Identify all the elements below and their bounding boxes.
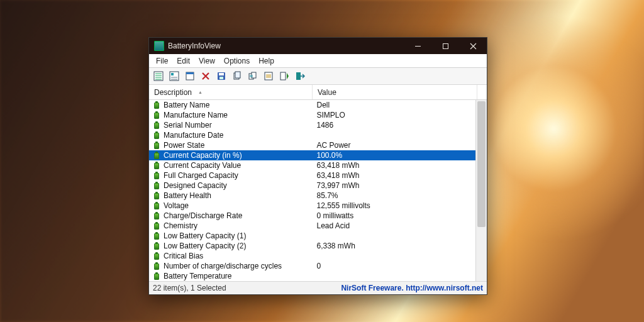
cell-description: Current Capacity Value — [149, 160, 312, 170]
table-row[interactable]: Full Charged Capacity63,418 mWh — [149, 170, 475, 180]
toolbar-copy-icon[interactable] — [230, 69, 244, 83]
cell-description-text: Manufacture Name — [164, 111, 228, 119]
vertical-scrollbar[interactable] — [475, 100, 487, 281]
column-header-description[interactable]: Description ▲ — [149, 85, 313, 99]
maximize-button[interactable] — [431, 38, 459, 54]
battery-icon — [154, 192, 160, 199]
status-freeware-link[interactable]: NirSoft Freeware. http://www.nirsoft.net — [341, 284, 483, 292]
menu-options[interactable]: Options — [219, 55, 254, 67]
table-row[interactable]: Manufacture Date — [149, 130, 475, 140]
menu-help[interactable]: Help — [254, 55, 279, 67]
battery-icon — [154, 252, 160, 260]
table-row[interactable]: Battery Health85.7% — [149, 191, 475, 201]
menu-edit[interactable]: Edit — [172, 55, 194, 67]
sort-ascending-icon: ▲ — [198, 90, 203, 94]
battery-icon — [154, 232, 160, 240]
toolbar-exit-icon[interactable] — [293, 69, 307, 83]
table-row[interactable]: Number of charge/discharge cycles0 — [149, 261, 475, 271]
list-area: Battery NameDellManufacture NameSIMPLOSe… — [149, 100, 487, 281]
toolbar-copy-row-icon[interactable] — [246, 69, 260, 83]
titlebar[interactable]: BatteryInfoView — [149, 38, 487, 54]
toolbar — [149, 68, 487, 85]
cell-description: Number of charge/discharge cycles — [149, 261, 312, 271]
battery-icon — [154, 162, 160, 169]
cell-description-text: Current Capacity Value — [164, 161, 241, 170]
window-title: BatteryInfoView — [168, 42, 404, 50]
column-header-label: Value — [318, 88, 336, 97]
table-row[interactable]: Charge/Discharge Rate0 milliwatts — [149, 211, 475, 221]
cell-value-text: 12,555 millivolts — [317, 201, 370, 210]
cell-description: Low Battery Capacity (1) — [149, 231, 312, 241]
cell-description: Battery Temperature — [149, 271, 312, 281]
close-button[interactable] — [459, 38, 487, 54]
toolbar-options-icon[interactable] — [277, 69, 291, 83]
cell-description-text: Power State — [164, 141, 204, 150]
svg-rect-7 — [219, 73, 224, 75]
toolbar-refresh-icon[interactable] — [262, 69, 275, 83]
toolbar-delete-icon[interactable] — [199, 69, 213, 83]
table-row[interactable]: ChemistryLead Acid — [149, 221, 475, 231]
table-row[interactable]: Critical Bias — [149, 251, 475, 261]
column-header-value[interactable]: Value — [313, 85, 477, 99]
toolbar-properties-icon[interactable] — [183, 69, 197, 83]
cell-value: 100.0% — [312, 150, 476, 160]
toolbar-view-detail-icon[interactable] — [167, 69, 181, 83]
table-row[interactable]: Serial Number1486 — [149, 120, 475, 130]
cell-value: 1486 — [312, 120, 476, 130]
cell-description: Battery Name — [149, 100, 312, 110]
status-right-prefix: NirSoft Freeware. — [341, 284, 406, 292]
battery-icon — [154, 172, 160, 179]
svg-rect-5 — [186, 72, 194, 74]
cell-description: Chemistry — [149, 221, 312, 231]
cell-value-text: 100.0% — [317, 151, 343, 160]
battery-icon — [154, 272, 160, 280]
minimize-button[interactable] — [404, 38, 431, 54]
cell-value: SIMPLO — [312, 110, 476, 120]
cell-description-text: Full Charged Capacity — [164, 171, 238, 180]
table-row[interactable]: Power StateAC Power — [149, 140, 475, 150]
cell-value — [312, 271, 476, 281]
toolbar-save-icon[interactable] — [214, 69, 228, 83]
scrollbar-thumb[interactable] — [477, 101, 486, 227]
cell-value: AC Power — [312, 140, 476, 150]
table-row[interactable]: Low Battery Capacity (2)6,338 mWh — [149, 241, 475, 251]
cell-value — [312, 251, 476, 261]
cell-description-text: Manufacture Date — [164, 131, 223, 140]
cell-value-text: 0 milliwatts — [317, 211, 354, 220]
list[interactable]: Battery NameDellManufacture NameSIMPLOSe… — [149, 100, 475, 281]
battery-icon — [154, 212, 160, 219]
cell-description: Power State — [149, 140, 312, 150]
table-row[interactable]: Voltage12,555 millivolts — [149, 201, 475, 211]
cell-value: 0 — [312, 261, 476, 271]
cell-value-text: Dell — [317, 101, 330, 109]
cell-value: 85.7% — [312, 191, 476, 201]
cell-value-text: SIMPLO — [317, 111, 345, 119]
cell-value-text: 63,418 mWh — [317, 161, 360, 170]
table-row[interactable]: Battery Temperature — [149, 271, 475, 281]
cell-description-text: Critical Bias — [164, 252, 203, 260]
table-row[interactable]: Manufacture NameSIMPLO — [149, 110, 475, 120]
app-icon — [154, 41, 164, 51]
table-row[interactable]: Low Battery Capacity (1) — [149, 231, 475, 241]
table-row[interactable]: Current Capacity (in %)100.0% — [149, 150, 475, 160]
table-row[interactable]: Designed Capacity73,997 mWh — [149, 180, 475, 191]
table-row[interactable]: Current Capacity Value63,418 mWh — [149, 160, 475, 170]
cell-description-text: Voltage — [164, 201, 189, 210]
status-link-url[interactable]: http://www.nirsoft.net — [406, 284, 483, 292]
menu-file[interactable]: File — [152, 55, 172, 67]
cell-value: Lead Acid — [312, 221, 476, 231]
menu-view[interactable]: View — [194, 55, 219, 67]
battery-icon — [154, 111, 160, 119]
cell-value-text: 0 — [317, 262, 321, 270]
cell-value-text: 73,997 mWh — [317, 181, 360, 190]
cell-description-text: Charge/Discharge Rate — [164, 211, 242, 220]
statusbar: 22 item(s), 1 Selected NirSoft Freeware.… — [149, 281, 487, 294]
cell-value — [312, 130, 476, 140]
cell-description-text: Designed Capacity — [164, 181, 227, 190]
cell-description: Low Battery Capacity (2) — [149, 241, 312, 251]
battery-icon — [154, 262, 160, 270]
toolbar-view-list-icon[interactable] — [152, 69, 165, 83]
cell-value: 63,418 mWh — [312, 170, 476, 180]
table-row[interactable]: Battery NameDell — [149, 100, 475, 110]
cell-description-text: Current Capacity (in %) — [164, 151, 242, 160]
